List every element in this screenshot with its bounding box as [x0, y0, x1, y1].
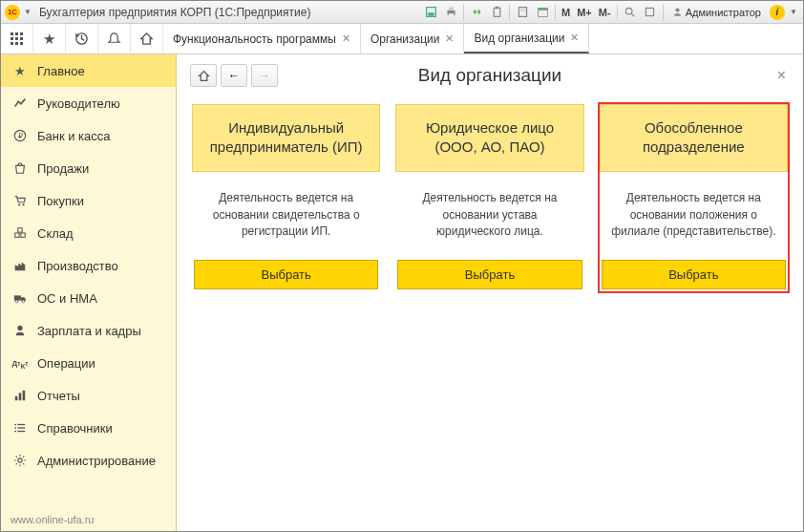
- sidebar-item-main[interactable]: ★ Главное: [1, 54, 176, 87]
- svg-rect-4: [449, 13, 454, 16]
- sidebar-item-warehouse[interactable]: Склад: [1, 217, 176, 249]
- select-button[interactable]: Выбрать: [194, 260, 378, 289]
- card-desc: Деятельность ведется на основании свидет…: [192, 181, 380, 250]
- title-bar: 1C ▼ Бухгалтерия предприятия КОРП (1С:Пр…: [1, 1, 803, 24]
- favorites-icon[interactable]: ★: [33, 24, 66, 53]
- tab-label: Вид организации: [474, 32, 564, 45]
- svg-rect-7: [518, 8, 526, 17]
- sidebar-item-operations[interactable]: ДтКт Операции: [1, 347, 176, 379]
- sidebar-item-assets[interactable]: ОС и НМА: [1, 282, 176, 314]
- card-head: Юридическое лицо (ООО, АО, ПАО): [395, 104, 583, 172]
- tab-organizations[interactable]: Организации ✕: [361, 24, 465, 53]
- sidebar-item-sales[interactable]: Продажи: [1, 152, 176, 184]
- sidebar-item-label: ОС и НМА: [37, 291, 97, 306]
- close-page-button[interactable]: ×: [773, 67, 790, 84]
- sidebar-item-bank[interactable]: ₽ Банк и касса: [1, 119, 176, 152]
- history-icon[interactable]: [66, 24, 98, 53]
- home-icon[interactable]: [131, 24, 163, 53]
- debit-credit-icon: ДтКт: [12, 355, 28, 371]
- svg-rect-29: [15, 233, 19, 237]
- user-menu[interactable]: Администратор: [668, 7, 765, 18]
- sidebar-item-label: Отчеты: [37, 389, 80, 403]
- nav-forward-button[interactable]: →: [251, 64, 278, 87]
- svg-rect-17: [20, 32, 23, 35]
- svg-point-42: [14, 424, 16, 426]
- svg-point-35: [17, 326, 22, 330]
- tab-org-type[interactable]: Вид организации ✕: [464, 24, 589, 53]
- svg-rect-19: [15, 37, 18, 40]
- svg-rect-13: [646, 8, 654, 15]
- user-icon: [672, 7, 683, 17]
- info-dropdown[interactable]: ▼: [790, 8, 799, 16]
- svg-point-43: [14, 427, 16, 429]
- memory-mplus-button[interactable]: M+: [576, 7, 593, 18]
- select-button[interactable]: Выбрать: [397, 260, 582, 289]
- nav-back-button[interactable]: ←: [221, 64, 247, 87]
- bag-icon: [12, 160, 28, 176]
- close-icon[interactable]: ✕: [445, 32, 454, 45]
- calendar-icon[interactable]: [535, 5, 550, 20]
- close-icon[interactable]: ✕: [342, 32, 350, 45]
- sidebar-item-manager[interactable]: Руководителю: [1, 87, 176, 119]
- sidebar-item-label: Продажи: [37, 161, 89, 176]
- sidebar-item-purchases[interactable]: Покупки: [1, 184, 176, 217]
- title-bar-tools: M M+ M- Администратор i ▼: [423, 5, 799, 20]
- sidebar-item-reports[interactable]: Отчеты: [1, 379, 176, 412]
- nav-home-button[interactable]: [190, 64, 217, 87]
- svg-rect-6: [495, 7, 497, 9]
- svg-rect-5: [494, 8, 500, 16]
- print-icon[interactable]: [443, 5, 458, 20]
- sidebar-item-label: Покупки: [37, 194, 84, 208]
- sidebar-item-hr[interactable]: Зарплата и кадры: [1, 314, 176, 347]
- svg-point-34: [22, 300, 25, 303]
- sidebar-footer: www.online-ufa.ru: [1, 508, 176, 531]
- svg-rect-36: [15, 396, 18, 400]
- memory-m-button[interactable]: M: [561, 7, 571, 18]
- save-icon[interactable]: [423, 5, 438, 20]
- svg-rect-3: [449, 8, 454, 11]
- page-title: Вид организации: [418, 65, 561, 86]
- svg-text:₽: ₽: [18, 132, 23, 140]
- svg-rect-32: [14, 295, 21, 300]
- svg-rect-8: [520, 9, 525, 11]
- sidebar-item-label: Руководителю: [37, 96, 120, 111]
- svg-point-44: [14, 431, 16, 433]
- svg-rect-1: [428, 12, 434, 15]
- main-layout: ★ Главное Руководителю ₽ Банк и касса Пр…: [1, 54, 803, 531]
- notifications-icon[interactable]: [98, 24, 131, 53]
- svg-point-27: [18, 203, 20, 205]
- sidebar-item-production[interactable]: Производство: [1, 249, 176, 282]
- close-icon[interactable]: ✕: [570, 32, 579, 44]
- svg-rect-30: [21, 233, 25, 237]
- apps-grid-icon[interactable]: [1, 24, 33, 53]
- ruble-icon: ₽: [12, 128, 28, 143]
- window-icon[interactable]: [643, 5, 658, 20]
- svg-rect-31: [18, 228, 22, 232]
- sidebar-item-catalogs[interactable]: Справочники: [1, 412, 176, 444]
- app-menu-dropdown[interactable]: ▼: [24, 8, 33, 16]
- memory-mminus-button[interactable]: M-: [598, 7, 612, 18]
- card-head: Индивидуальный предприниматель (ИП): [192, 104, 380, 172]
- sidebar: ★ Главное Руководителю ₽ Банк и касса Пр…: [1, 54, 177, 531]
- calculator-icon[interactable]: [515, 5, 530, 20]
- svg-line-12: [631, 13, 634, 16]
- select-button[interactable]: Выбрать: [602, 260, 786, 289]
- card-desc: Деятельность ведется на основании положе…: [600, 181, 788, 250]
- svg-rect-37: [19, 393, 22, 400]
- sidebar-item-label: Склад: [37, 226, 74, 241]
- star-icon: ★: [12, 63, 28, 78]
- tabs: Функциональность программы ✕ Организации…: [163, 24, 803, 53]
- svg-rect-20: [20, 37, 23, 40]
- card-ip: Индивидуальный предприниматель (ИП) Деят…: [190, 102, 382, 293]
- info-icon[interactable]: i: [770, 5, 785, 20]
- zoom-icon[interactable]: [623, 5, 638, 20]
- svg-rect-22: [15, 42, 18, 45]
- clipboard-icon[interactable]: [489, 5, 504, 20]
- tab-functionality[interactable]: Функциональность программы ✕: [163, 24, 361, 53]
- sidebar-item-admin[interactable]: Администрирование: [1, 444, 176, 477]
- svg-point-11: [626, 8, 633, 14]
- link-icon[interactable]: [469, 5, 484, 20]
- svg-rect-16: [15, 32, 18, 35]
- org-type-cards: Индивидуальный предприниматель (ИП) Деят…: [190, 102, 790, 293]
- tab-label: Организации: [370, 32, 440, 46]
